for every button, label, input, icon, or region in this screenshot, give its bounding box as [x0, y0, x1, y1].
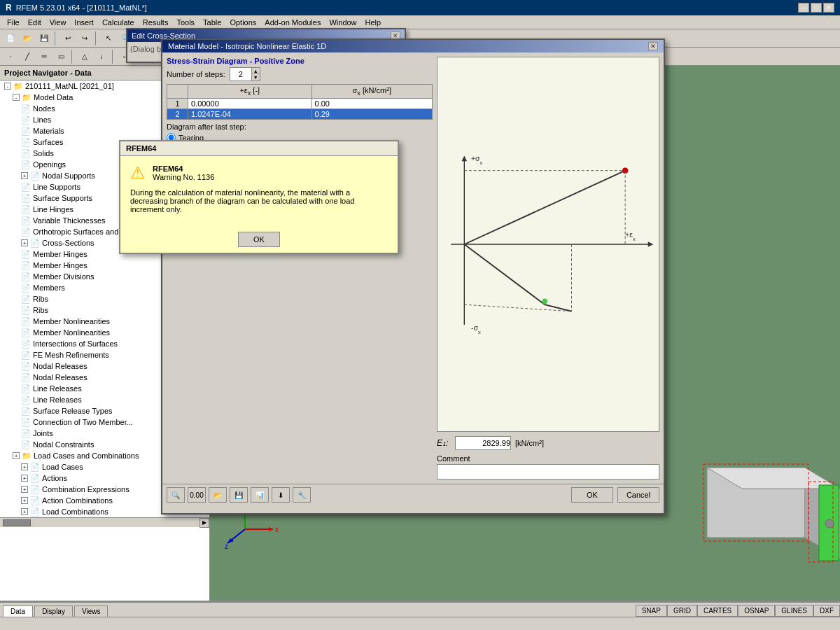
snap-indicator[interactable]: SNAP	[636, 605, 667, 617]
tb2-node[interactable]: ·	[3, 49, 18, 64]
footer-btn-1[interactable]: 🔍	[167, 487, 185, 503]
tab-data[interactable]: Data	[3, 606, 33, 617]
tb-redo[interactable]: ↪	[77, 31, 92, 46]
tb2-surface[interactable]: ▭	[53, 49, 69, 64]
footer-btn-7[interactable]: 🔧	[293, 487, 311, 503]
surf-sup-icon: 📄	[21, 193, 31, 203]
table-row-1[interactable]: 1 0.00000 0.00	[167, 99, 433, 109]
app-icon: R	[6, 3, 12, 13]
action-comb-expand[interactable]: +	[21, 497, 28, 504]
svg-point-6	[825, 519, 834, 528]
tb2-load[interactable]: ↓	[94, 49, 109, 64]
menu-edit[interactable]: Edit	[24, 17, 46, 28]
e-label: E₁:	[437, 438, 451, 448]
lc-item-expand[interactable]: +	[21, 463, 28, 470]
menu-tools[interactable]: Tools	[172, 17, 199, 28]
footer-btn-4[interactable]: 💾	[230, 487, 248, 503]
fe-mesh-icon: 📄	[21, 350, 31, 360]
line-rel-types-icon: 📄	[21, 372, 31, 382]
status-indicators: SNAP GRID CARTES OSNAP GLINES DXF	[636, 605, 840, 617]
row-2-eps[interactable]: 1.0247E-04	[188, 109, 312, 120]
scroll-right-btn[interactable]: ▶	[200, 518, 209, 528]
dialog-material-model: Material Model - Isotropic Nonlinear Ela…	[161, 38, 665, 514]
footer-btn-5[interactable]: 📊	[251, 487, 269, 503]
footer-btn-2[interactable]: 0.00	[188, 487, 206, 503]
comment-input[interactable]	[437, 464, 659, 479]
restore-button[interactable]: □	[811, 3, 822, 13]
cs-icon: 📄	[30, 238, 40, 248]
cancel-button[interactable]: Cancel	[617, 487, 659, 503]
tb-save[interactable]: 💾	[36, 31, 52, 46]
tb2-line[interactable]: ╱	[20, 49, 35, 64]
dialog-left-section: Stress-Strain Diagram - Positive Zone Nu…	[167, 57, 433, 479]
actions-expand[interactable]: +	[21, 475, 28, 482]
steps-input[interactable]	[230, 68, 251, 80]
dialog-content: Stress-Strain Diagram - Positive Zone Nu…	[162, 52, 664, 484]
menu-file[interactable]: File	[3, 17, 24, 28]
row-2-sigma[interactable]: 0.29	[312, 109, 432, 120]
menu-window[interactable]: Window	[325, 17, 360, 28]
tb-open[interactable]: 📂	[20, 31, 35, 46]
dxf-indicator[interactable]: DXF	[813, 605, 840, 617]
glines-indicator[interactable]: GLINES	[775, 605, 813, 617]
svg-text:x: x	[275, 526, 279, 533]
spin-up[interactable]: ▲	[251, 68, 260, 74]
menu-options[interactable]: Options	[225, 17, 260, 28]
menu-table[interactable]: Table	[199, 17, 225, 28]
cartes-indicator[interactable]: CARTES	[697, 605, 738, 617]
minimize-button[interactable]: ─	[798, 3, 809, 13]
tab-views[interactable]: Views	[74, 606, 108, 617]
e-input[interactable]	[455, 436, 511, 450]
warning-ok-button[interactable]: OK	[238, 232, 280, 247]
tab-display[interactable]: Display	[34, 606, 73, 617]
ortho-icon: 📄	[21, 227, 31, 237]
menu-insert[interactable]: Insert	[70, 17, 98, 28]
diagram-after-label: Diagram after last step:	[167, 122, 433, 131]
lc-expand[interactable]: +	[13, 452, 20, 459]
mem-nonlin-icon: 📄	[21, 316, 31, 326]
status-bar-bottom	[0, 617, 840, 630]
col-num-header	[167, 85, 188, 99]
tb-select[interactable]: ↖	[101, 31, 116, 46]
menu-calculate[interactable]: Calculate	[98, 17, 139, 28]
model-data-expand[interactable]: -	[13, 94, 20, 101]
ok-button[interactable]: OK	[571, 487, 613, 503]
close-button[interactable]: ✕	[823, 3, 834, 13]
menu-view[interactable]: View	[46, 17, 71, 28]
line-rel-icon: 📄	[21, 384, 31, 393]
footer-btn-6[interactable]: ⬇	[272, 487, 290, 503]
sets-icon: 📄	[21, 328, 31, 337]
surf-rel-icon: 📄	[21, 406, 31, 416]
scroll-thumb[interactable]	[3, 519, 31, 526]
nodal-sup-expand[interactable]: +	[21, 172, 28, 179]
tb-new[interactable]: 📄	[3, 31, 18, 46]
3d-view	[686, 454, 840, 580]
tb2-member[interactable]: ═	[36, 49, 52, 64]
table-row-2[interactable]: 2 1.0247E-04 0.29	[167, 109, 433, 120]
load-comb-expand[interactable]: +	[21, 508, 28, 515]
root-expand[interactable]: -	[4, 83, 11, 90]
osnap-indicator[interactable]: OSNAP	[738, 605, 775, 617]
root-label: 210111_MatNL [2021_01]	[25, 82, 114, 90]
dialog-main-close-btn[interactable]: ✕	[648, 42, 658, 50]
cs-expand[interactable]: +	[21, 239, 28, 246]
comb-expr-expand[interactable]: +	[21, 486, 28, 493]
comment-label: Comment	[437, 454, 659, 463]
e-row: E₁: [kN/cm²]	[437, 436, 659, 450]
row-1-eps[interactable]: 0.00000	[188, 99, 312, 109]
menu-results[interactable]: Results	[139, 17, 173, 28]
3d-view-svg	[686, 454, 840, 580]
nodes-icon: 📄	[21, 104, 31, 113]
section1-title: Stress-Strain Diagram - Positive Zone	[167, 57, 433, 65]
menu-addon[interactable]: Add-on Modules	[260, 17, 325, 28]
menu-help[interactable]: Help	[361, 17, 386, 28]
grid-indicator[interactable]: GRID	[667, 605, 697, 617]
row-1-sigma[interactable]: 0.00	[312, 99, 432, 109]
footer-btn-3[interactable]: 📂	[209, 487, 227, 503]
tb-undo[interactable]: ↩	[60, 31, 76, 46]
spin-down[interactable]: ▼	[251, 74, 260, 80]
tree-scrollbar-x[interactable]: ▶	[0, 517, 209, 527]
steps-spinner[interactable]: ▲ ▼	[230, 67, 260, 81]
tb2-support[interactable]: △	[77, 49, 92, 64]
panel-title: Project Navigator - Data	[4, 69, 92, 77]
